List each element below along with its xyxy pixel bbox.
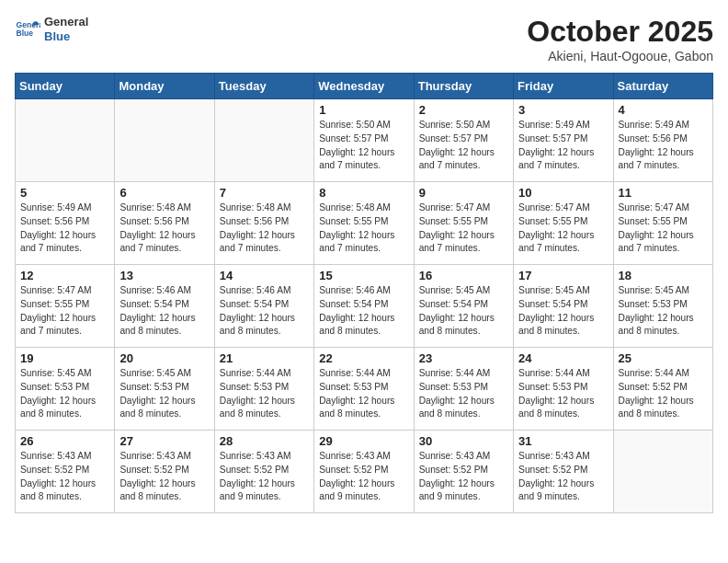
day-info: Sunrise: 5:47 AM Sunset: 5:55 PM Dayligh… <box>20 284 109 339</box>
day-info: Sunrise: 5:49 AM Sunset: 5:56 PM Dayligh… <box>619 119 708 173</box>
calendar-cell: 27Sunrise: 5:43 AM Sunset: 5:52 PM Dayli… <box>115 431 214 513</box>
day-number: 8 <box>319 186 408 200</box>
week-row-1: 1Sunrise: 5:50 AM Sunset: 5:57 PM Daylig… <box>16 99 713 182</box>
day-info: Sunrise: 5:43 AM Sunset: 5:52 PM Dayligh… <box>220 450 309 504</box>
calendar-cell: 9Sunrise: 5:47 AM Sunset: 5:55 PM Daylig… <box>414 182 513 265</box>
calendar-cell <box>214 99 313 182</box>
location: Akieni, Haut-Ogooue, Gabon <box>527 49 713 63</box>
day-number: 9 <box>419 186 508 200</box>
week-row-3: 12Sunrise: 5:47 AM Sunset: 5:55 PM Dayli… <box>16 265 713 348</box>
calendar-cell: 19Sunrise: 5:45 AM Sunset: 5:53 PM Dayli… <box>16 348 115 431</box>
week-row-4: 19Sunrise: 5:45 AM Sunset: 5:53 PM Dayli… <box>16 348 713 431</box>
calendar-cell: 29Sunrise: 5:43 AM Sunset: 5:52 PM Dayli… <box>314 431 414 513</box>
day-number: 6 <box>119 186 209 200</box>
weekday-header-saturday: Saturday <box>613 74 712 99</box>
weekday-header-monday: Monday <box>115 74 214 99</box>
day-info: Sunrise: 5:43 AM Sunset: 5:52 PM Dayligh… <box>419 450 508 504</box>
day-info: Sunrise: 5:48 AM Sunset: 5:56 PM Dayligh… <box>220 201 309 256</box>
day-number: 30 <box>419 434 508 448</box>
day-number: 25 <box>619 351 708 365</box>
day-info: Sunrise: 5:43 AM Sunset: 5:52 PM Dayligh… <box>319 450 408 504</box>
day-number: 23 <box>419 351 508 365</box>
calendar-cell: 5Sunrise: 5:49 AM Sunset: 5:56 PM Daylig… <box>16 182 115 265</box>
calendar-cell: 30Sunrise: 5:43 AM Sunset: 5:52 PM Dayli… <box>414 431 513 513</box>
day-info: Sunrise: 5:43 AM Sunset: 5:52 PM Dayligh… <box>20 450 109 504</box>
day-number: 31 <box>518 434 608 448</box>
page-header: General Blue General Blue October 2025 A… <box>15 15 713 63</box>
calendar-cell <box>613 431 712 513</box>
day-info: Sunrise: 5:43 AM Sunset: 5:52 PM Dayligh… <box>119 450 209 504</box>
day-number: 17 <box>518 269 608 282</box>
calendar-cell: 12Sunrise: 5:47 AM Sunset: 5:55 PM Dayli… <box>16 265 115 348</box>
day-info: Sunrise: 5:48 AM Sunset: 5:56 PM Dayligh… <box>119 201 209 256</box>
day-number: 21 <box>220 351 309 365</box>
day-number: 15 <box>319 269 408 282</box>
day-number: 18 <box>619 269 708 282</box>
day-info: Sunrise: 5:44 AM Sunset: 5:52 PM Dayligh… <box>619 367 708 421</box>
day-number: 10 <box>518 186 608 200</box>
weekday-header-thursday: Thursday <box>414 74 513 99</box>
day-info: Sunrise: 5:50 AM Sunset: 5:57 PM Dayligh… <box>419 119 508 173</box>
day-info: Sunrise: 5:45 AM Sunset: 5:53 PM Dayligh… <box>119 367 209 421</box>
calendar-cell: 3Sunrise: 5:49 AM Sunset: 5:57 PM Daylig… <box>514 99 613 182</box>
day-number: 26 <box>20 434 109 448</box>
calendar-cell: 13Sunrise: 5:46 AM Sunset: 5:54 PM Dayli… <box>115 265 214 348</box>
calendar-cell: 1Sunrise: 5:50 AM Sunset: 5:57 PM Daylig… <box>314 99 414 182</box>
day-info: Sunrise: 5:46 AM Sunset: 5:54 PM Dayligh… <box>220 284 309 339</box>
day-info: Sunrise: 5:50 AM Sunset: 5:57 PM Dayligh… <box>319 119 408 173</box>
calendar-cell: 22Sunrise: 5:44 AM Sunset: 5:53 PM Dayli… <box>314 348 414 431</box>
day-number: 28 <box>220 434 309 448</box>
day-info: Sunrise: 5:48 AM Sunset: 5:55 PM Dayligh… <box>319 201 408 256</box>
calendar-cell: 6Sunrise: 5:48 AM Sunset: 5:56 PM Daylig… <box>115 182 214 265</box>
day-info: Sunrise: 5:46 AM Sunset: 5:54 PM Dayligh… <box>319 284 408 339</box>
day-number: 22 <box>319 351 408 365</box>
day-info: Sunrise: 5:45 AM Sunset: 5:53 PM Dayligh… <box>20 367 109 421</box>
day-number: 29 <box>319 434 408 448</box>
week-row-5: 26Sunrise: 5:43 AM Sunset: 5:52 PM Dayli… <box>16 431 713 513</box>
calendar-cell: 26Sunrise: 5:43 AM Sunset: 5:52 PM Dayli… <box>16 431 115 513</box>
svg-text:Blue: Blue <box>17 29 34 38</box>
day-info: Sunrise: 5:46 AM Sunset: 5:54 PM Dayligh… <box>119 284 209 339</box>
day-number: 3 <box>518 103 608 117</box>
day-number: 5 <box>20 186 109 200</box>
day-number: 2 <box>419 103 508 117</box>
day-info: Sunrise: 5:44 AM Sunset: 5:53 PM Dayligh… <box>319 367 408 421</box>
day-info: Sunrise: 5:49 AM Sunset: 5:57 PM Dayligh… <box>518 119 608 173</box>
calendar-cell: 18Sunrise: 5:45 AM Sunset: 5:53 PM Dayli… <box>613 265 712 348</box>
weekday-header-wednesday: Wednesday <box>314 74 414 99</box>
weekday-header-friday: Friday <box>514 74 613 99</box>
month-title: October 2025 <box>527 15 713 49</box>
day-number: 27 <box>119 434 209 448</box>
day-info: Sunrise: 5:47 AM Sunset: 5:55 PM Dayligh… <box>518 201 608 256</box>
logo-line2: Blue <box>44 29 88 44</box>
day-number: 14 <box>220 269 309 282</box>
day-number: 20 <box>119 351 209 365</box>
weekday-header-tuesday: Tuesday <box>214 74 313 99</box>
calendar-cell <box>115 99 214 182</box>
day-number: 24 <box>518 351 608 365</box>
day-number: 16 <box>419 269 508 282</box>
day-info: Sunrise: 5:45 AM Sunset: 5:54 PM Dayligh… <box>518 284 608 339</box>
day-info: Sunrise: 5:49 AM Sunset: 5:56 PM Dayligh… <box>20 201 109 256</box>
calendar-cell: 17Sunrise: 5:45 AM Sunset: 5:54 PM Dayli… <box>514 265 613 348</box>
calendar-cell: 8Sunrise: 5:48 AM Sunset: 5:55 PM Daylig… <box>314 182 414 265</box>
calendar-cell: 14Sunrise: 5:46 AM Sunset: 5:54 PM Dayli… <box>214 265 313 348</box>
day-number: 1 <box>319 103 408 117</box>
weekday-header-sunday: Sunday <box>16 74 115 99</box>
calendar-cell: 15Sunrise: 5:46 AM Sunset: 5:54 PM Dayli… <box>314 265 414 348</box>
calendar-cell: 24Sunrise: 5:44 AM Sunset: 5:53 PM Dayli… <box>514 348 613 431</box>
day-info: Sunrise: 5:47 AM Sunset: 5:55 PM Dayligh… <box>419 201 508 256</box>
day-info: Sunrise: 5:44 AM Sunset: 5:53 PM Dayligh… <box>518 367 608 421</box>
calendar-cell: 4Sunrise: 5:49 AM Sunset: 5:56 PM Daylig… <box>613 99 712 182</box>
calendar-cell: 2Sunrise: 5:50 AM Sunset: 5:57 PM Daylig… <box>414 99 513 182</box>
day-info: Sunrise: 5:45 AM Sunset: 5:53 PM Dayligh… <box>619 284 708 339</box>
logo: General Blue General Blue <box>15 15 88 43</box>
day-info: Sunrise: 5:45 AM Sunset: 5:54 PM Dayligh… <box>419 284 508 339</box>
logo-line1: General <box>44 15 88 29</box>
weekday-header-row: SundayMondayTuesdayWednesdayThursdayFrid… <box>16 74 713 99</box>
day-number: 19 <box>20 351 109 365</box>
calendar-cell: 10Sunrise: 5:47 AM Sunset: 5:55 PM Dayli… <box>514 182 613 265</box>
calendar-cell: 25Sunrise: 5:44 AM Sunset: 5:52 PM Dayli… <box>613 348 712 431</box>
day-info: Sunrise: 5:44 AM Sunset: 5:53 PM Dayligh… <box>419 367 508 421</box>
calendar-cell <box>16 99 115 182</box>
